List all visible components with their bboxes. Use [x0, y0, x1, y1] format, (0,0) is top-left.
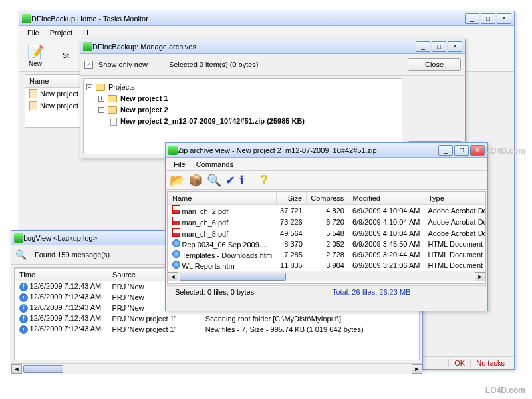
check-icon[interactable]: ✔: [225, 173, 235, 188]
html-icon: [172, 239, 180, 247]
info-icon: i: [19, 293, 28, 302]
status-selected: Selected: 0 files, 0 bytes: [170, 288, 327, 296]
tree-node-root[interactable]: −Projects: [86, 82, 399, 93]
item-label: New project 2: [40, 102, 84, 110]
tree-node-file[interactable]: New project 2_m12-07-2009_10#42#51.zip (…: [86, 116, 399, 127]
col-compress[interactable]: Compress: [307, 192, 348, 205]
zip-statusbar: Selected: 0 files, 0 bytes Total: 26 fil…: [166, 285, 487, 298]
scroll-thumb[interactable]: [23, 365, 63, 373]
file-row[interactable]: Templates - Downloads.htm7 2852 7286/9/2…: [168, 249, 487, 260]
start-button[interactable]: St: [53, 42, 79, 68]
menu-commands[interactable]: Commands: [191, 159, 239, 170]
folder-icon: [108, 95, 117, 102]
zip-window: Zip archive view - New project 2_m12-07-…: [165, 142, 488, 311]
app-icon: [168, 146, 178, 155]
app-icon: [22, 14, 31, 23]
close-button[interactable]: ×: [448, 41, 462, 52]
zip-titlebar[interactable]: Zip archive view - New project 2_m12-07-…: [166, 143, 487, 158]
close-button[interactable]: ×: [470, 145, 485, 156]
node-label: New project 2: [120, 104, 168, 116]
expander-icon[interactable]: −: [86, 84, 92, 90]
selected-text: Selected 0 item(s) (0 bytes): [169, 61, 259, 68]
start-label: St: [63, 52, 68, 59]
menu-h[interactable]: H: [78, 27, 94, 38]
log-row[interactable]: i 12/6/2009 7:12:43 AMPRJ 'New project 1…: [15, 313, 419, 324]
info-icon: i: [19, 283, 28, 291]
scroll-left-icon[interactable]: ◄: [11, 364, 22, 374]
scroll-left-icon[interactable]: ◄: [168, 272, 178, 281]
main-title: DFIncBackup Home - Tasks Monitor: [31, 15, 465, 23]
tree-node[interactable]: +New project 1: [86, 93, 399, 104]
show-only-new-checkbox[interactable]: ✓: [84, 61, 93, 69]
app-icon: [14, 233, 23, 243]
doc-icon: [29, 89, 37, 98]
node-label: Projects: [108, 82, 135, 93]
file-row[interactable]: man_ch_8.pdf49 5645 5486/9/2009 4:10:04 …: [168, 227, 487, 239]
minimize-button[interactable]: _: [416, 41, 430, 52]
folder-icon: [108, 106, 117, 114]
file-icon: [110, 118, 117, 126]
col-name[interactable]: Name: [168, 192, 277, 205]
doc-icon: [29, 101, 37, 110]
watermark: LO4D.com: [485, 386, 525, 395]
binoculars-icon[interactable]: 🔍: [15, 249, 27, 260]
file-row[interactable]: man_ch_6.pdf73 2266 7206/9/2009 4:10:04 …: [168, 216, 487, 227]
expander-icon[interactable]: −: [98, 107, 104, 113]
new-label: New: [29, 60, 42, 67]
node-label: New project 2_m12-07-2009_10#42#51.zip (…: [120, 116, 305, 127]
zip-toolbar: 📂 📦 🔍 ✔ ℹ ?: [166, 171, 487, 190]
watermark: LO4D.com: [485, 146, 525, 156]
scroll-thumb[interactable]: [180, 273, 286, 281]
file-row[interactable]: WL Reports.htm11 8353 9046/9/2009 3:21:0…: [168, 260, 487, 271]
menu-file[interactable]: File: [168, 159, 191, 170]
open-icon[interactable]: 📂: [170, 173, 184, 188]
info-icon[interactable]: ℹ: [239, 173, 244, 188]
file-row[interactable]: man_ch_2.pdf37 7214 8206/9/2009 4:10:04 …: [168, 205, 487, 217]
minimize-button[interactable]: _: [465, 13, 479, 24]
maximize-button[interactable]: □: [454, 145, 469, 156]
new-icon: 📝: [27, 44, 44, 60]
expander-icon[interactable]: +: [98, 96, 104, 102]
show-only-new-label: Show only new: [98, 61, 148, 68]
pdf-icon: [172, 228, 180, 237]
minimize-button[interactable]: _: [438, 145, 453, 156]
manage-window: DFIncBackup: Manage archives _ □ × ✓ Sho…: [80, 39, 466, 158]
status-notasks: No tasks: [470, 359, 510, 367]
pdf-icon: [172, 217, 180, 225]
node-label: New project 1: [120, 93, 168, 104]
found-messages: Found 159 message(s): [35, 251, 110, 259]
log-hscroll[interactable]: ◄ ►: [11, 363, 422, 374]
manage-title: DFIncBackup: Manage archives: [92, 43, 416, 51]
maximize-button[interactable]: □: [432, 41, 446, 52]
html-icon: [172, 261, 180, 269]
close-button[interactable]: ×: [497, 13, 511, 24]
file-row[interactable]: Rep 0034_06 Sep 2009....8 3702 0526/9/20…: [168, 239, 487, 249]
extract-icon[interactable]: 📦: [188, 173, 203, 188]
close-archives-button[interactable]: Close: [408, 58, 461, 71]
zip-title: Zip archive view - New project 2_m12-07-…: [178, 146, 438, 154]
menu-project[interactable]: Project: [45, 27, 78, 38]
menu-file[interactable]: File: [22, 27, 45, 38]
help-icon[interactable]: ?: [260, 172, 268, 188]
folder-icon: [96, 84, 105, 91]
main-menubar: File Project H: [19, 26, 514, 39]
log-row[interactable]: i 12/6/2009 7:12:43 AMPRJ 'New project 1…: [15, 324, 419, 334]
search-icon[interactable]: 🔍: [207, 173, 221, 188]
zip-hscroll[interactable]: ◄ ►: [168, 271, 485, 281]
scroll-right-icon[interactable]: ►: [412, 364, 422, 374]
item-label: New project 1: [40, 90, 84, 98]
manage-titlebar[interactable]: DFIncBackup: Manage archives _ □ ×: [80, 39, 465, 54]
tree-node[interactable]: −New project 2: [86, 104, 399, 116]
main-titlebar[interactable]: DFIncBackup Home - Tasks Monitor _ □ ×: [19, 11, 514, 26]
col-time[interactable]: Time: [15, 269, 108, 281]
col-size[interactable]: Size: [276, 192, 307, 205]
app-icon: [83, 42, 92, 51]
html-icon: [172, 250, 180, 258]
scroll-right-icon[interactable]: ►: [475, 272, 485, 281]
info-icon: i: [19, 325, 28, 334]
col-modified[interactable]: Modified: [348, 192, 424, 205]
pdf-icon: [172, 205, 180, 214]
new-button[interactable]: 📝 New: [22, 42, 49, 68]
maximize-button[interactable]: □: [481, 13, 495, 24]
col-type[interactable]: Type: [424, 192, 486, 205]
